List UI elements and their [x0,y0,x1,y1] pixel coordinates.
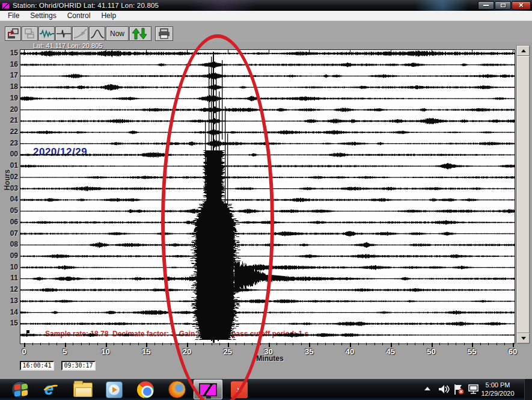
taskbar-media-player[interactable] [100,380,129,399]
printer-icon [157,28,171,39]
hour-label-20-5: 20 [4,105,18,114]
waveform-view-button[interactable] [38,26,55,41]
minute-tick-top [472,50,472,53]
minute-tick-top [146,50,147,53]
taskbar-red-arrows-app[interactable]: » [225,380,254,399]
taskbar-clock[interactable]: 5:00 PM 12/29/2020 [476,381,519,398]
taskbar-seismograph-app[interactable] [194,380,222,399]
hour-label-12-21: 12 [4,285,18,294]
impulse-filter-button[interactable] [55,26,72,41]
taskbar-firefox[interactable] [162,380,191,399]
action-center-flag-icon[interactable] [453,384,465,395]
minute-tick-top [391,50,391,53]
minute-label-15: 15 [138,347,154,356]
clock-time: 5:00 PM [476,381,519,389]
hour-label-04-13: 04 [4,195,18,203]
hour-label-07-16: 07 [4,229,18,238]
seismograph-app-icon [199,383,217,396]
hour-label-09-18: 09 [4,251,18,260]
minute-tick-top [269,50,269,53]
print-button[interactable] [155,26,173,41]
hour-label-18-3: 18 [4,82,18,91]
red-arrows-app-icon: » [231,381,248,398]
phase-pick-button[interactable]: P [72,26,88,41]
desktop: Station: Ohrid/OHRID Lat: 41.117 Lon: 20… [0,0,532,400]
minute-label-20: 20 [179,347,195,356]
now-button[interactable]: Now [106,26,129,41]
hour-label-05-14: 05 [4,206,18,215]
minute-tick-top [187,50,188,53]
hour-label-15-24: 15 [4,319,18,327]
hour-label-15-0: 15 [4,49,18,57]
start-button[interactable] [6,380,35,399]
window-titlebar: Station: Ohrid/OHRID Lat: 41.117 Lon: 20… [0,0,532,11]
firefox-icon [168,381,186,398]
minute-label-0: 0 [16,347,32,356]
minute-label-40: 40 [342,347,358,356]
windows-taskbar: e » [0,379,532,400]
window-title: Station: Ohrid/OHRID Lat: 41.117 Lon: 20… [13,2,159,9]
minute-tick-top [432,50,432,53]
hour-label-16-1: 16 [4,60,18,69]
hour-label-08-17: 08 [4,240,18,248]
elapsed-time-field[interactable]: 09:30:17 [61,361,96,371]
menu-item-file[interactable]: File [2,11,25,20]
minimize-button[interactable] [478,1,494,10]
scroll-up-button[interactable] [517,46,530,56]
waveform-icon [40,29,54,38]
taskbar-chrome[interactable] [131,380,160,399]
minute-label-10: 10 [98,347,114,356]
open-file-icon [7,28,19,39]
hidden-icons-chevron[interactable] [424,387,430,390]
minute-tick-top [350,50,350,53]
minute-tick-top [228,50,228,53]
hour-label-21-6: 21 [4,116,18,125]
hour-label-00-9: 00 [4,150,18,158]
scroll-hours-button[interactable] [129,26,151,41]
ramp-p-icon: P [73,28,88,39]
hour-label-23-8: 23 [4,139,18,147]
volume-icon[interactable] [438,384,450,395]
taskbar-file-explorer[interactable] [69,380,97,399]
gaussian-filter-button[interactable] [89,26,105,41]
vertical-scrollbar[interactable] [516,45,530,344]
hour-label-02-11: 02 [4,173,18,181]
minute-tick-top [513,50,513,53]
scrollbar-thumb[interactable] [517,56,530,333]
show-desktop-button[interactable] [524,379,532,400]
media-player-icon [106,381,123,398]
scroll-down-button[interactable] [517,333,530,343]
up-arrow-icon [521,49,526,52]
menu-bar: FileSettingsControlHelp [0,11,532,21]
menu-item-settings[interactable]: Settings [25,11,61,20]
hour-label-17-2: 17 [4,71,18,79]
hour-label-11-20: 11 [4,274,18,282]
hour-label-14-23: 14 [4,308,18,316]
minutes-axis-label: Minutes [251,354,289,363]
minute-label-35: 35 [301,347,317,356]
minute-label-55: 55 [464,347,480,356]
save-button[interactable] [22,26,38,41]
menu-item-help[interactable]: Help [96,11,121,20]
file-explorer-icon [73,383,93,397]
seismogram-traces[interactable] [20,49,515,344]
open-file-button[interactable] [5,26,21,41]
chrome-icon [137,381,154,398]
svg-text:P: P [81,31,85,37]
close-button[interactable]: ✕ [512,1,531,10]
taskbar-internet-explorer[interactable]: e [37,380,66,399]
impulse-icon [57,29,71,38]
hour-label-10-19: 10 [4,263,18,271]
minute-tick-top [309,50,310,53]
minute-label-50: 50 [424,347,439,356]
app-window-icon [2,2,10,9]
restore-button[interactable] [495,1,511,10]
bell-curve-icon [90,28,105,39]
save-icon [24,28,36,39]
hour-label-13-22: 13 [4,297,18,305]
clock-date: 12/29/2020 [476,389,519,398]
start-time-field[interactable]: 16:00:41 [20,361,54,371]
menu-item-control[interactable]: Control [62,11,96,20]
minute-label-60: 60 [505,347,521,356]
minute-tick-top [106,50,106,53]
